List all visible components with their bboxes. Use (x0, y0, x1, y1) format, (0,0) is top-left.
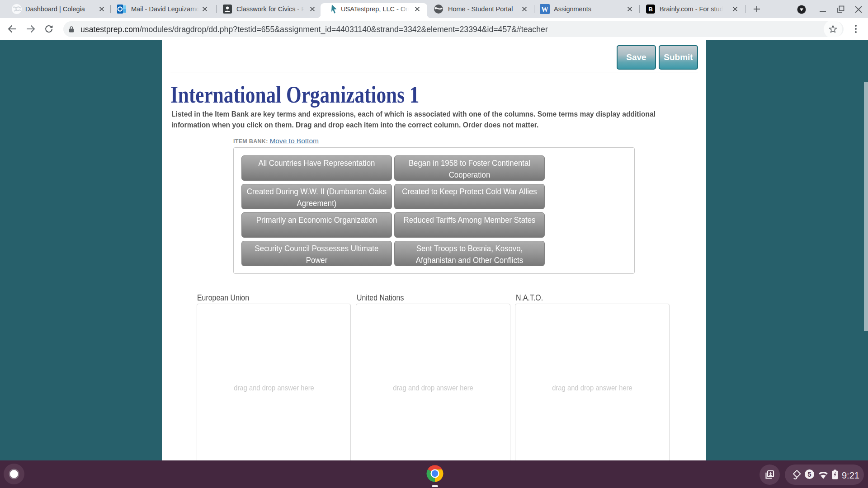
svg-text:B: B (648, 6, 653, 13)
svg-text:W: W (541, 5, 548, 13)
